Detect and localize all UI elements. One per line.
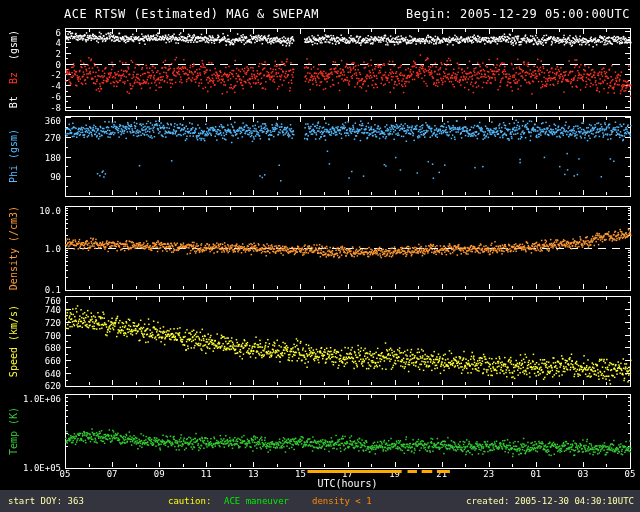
y-axis-label-mag: Bt Bz (gsm) [8, 27, 19, 111]
begin-timestamp: Begin: 2005-12-29 05:00:00UTC [406, 7, 630, 21]
chart-canvas [0, 0, 640, 512]
caution-label: caution: [168, 490, 211, 512]
y-axis-label-density: Density (/cm3) [8, 206, 19, 290]
y-axis-label-speed: Speed (km/s) [8, 305, 19, 377]
gsm-unit-label: (gsm) [8, 30, 19, 60]
start-doy-label: start DOY: 363 [8, 490, 84, 512]
y-axis-label-temp: Temp (K) [8, 407, 19, 455]
created-timestamp: created: 2005-12-30 04:30:10UTC [466, 490, 634, 512]
maneuver-label: ACE maneuver [224, 490, 289, 512]
bt-label: Bt [8, 96, 19, 108]
x-axis-title: UTC(hours) [65, 478, 630, 489]
status-bar: start DOY: 363 caution: ACE maneuver den… [0, 490, 640, 512]
ace-rtsw-plot: ACE RTSW (Estimated) MAG & SWEPAM Begin:… [0, 0, 640, 512]
y-axis-label-phi: Phi (gsm) [8, 129, 19, 183]
bz-label: Bz [8, 72, 19, 84]
density-caution-label: density < 1 [312, 490, 372, 512]
chart-title: ACE RTSW (Estimated) MAG & SWEPAM [64, 7, 319, 21]
